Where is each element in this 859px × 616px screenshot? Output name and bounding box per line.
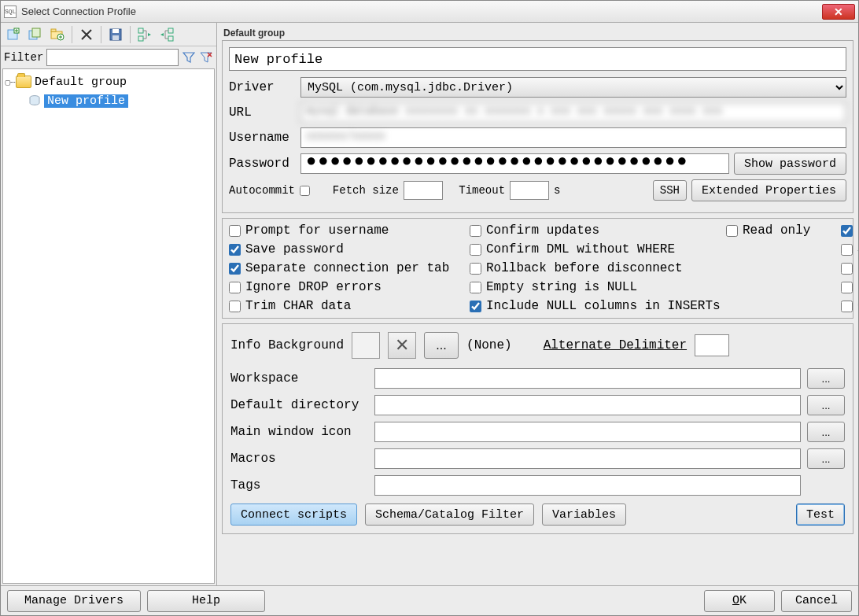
tree-group-label: Default group	[35, 76, 127, 89]
test-button[interactable]: Test	[796, 503, 845, 526]
fetch-label: Fetch size	[333, 184, 399, 197]
hide-warnings-check[interactable]: Hide warnings	[841, 280, 859, 294]
include-null-check[interactable]: Include NULL columns in INSERTs	[470, 299, 721, 313]
group-header: Default group	[217, 23, 858, 40]
password-input[interactable]: ●●●●●●●●●●●●●●●●●●●●●●●●●●●●●●●●	[300, 153, 729, 174]
workspace-browse[interactable]: ...	[807, 368, 845, 389]
pick-color-button[interactable]: ...	[424, 332, 459, 359]
alt-delimiter-input[interactable]	[695, 334, 729, 356]
fetch-input[interactable]	[404, 181, 443, 200]
show-password-button[interactable]: Show password	[734, 153, 846, 175]
close-button[interactable]: ✕	[822, 4, 855, 20]
ssh-button[interactable]: SSH	[653, 180, 687, 201]
autocommit-checkbox[interactable]	[300, 186, 310, 196]
title-bar: SQL Select Connection Profile ✕	[1, 1, 858, 23]
filter-label: Filter	[4, 51, 43, 64]
manage-drivers-button[interactable]: Manage Drivers	[7, 590, 141, 612]
info-bg-swatch[interactable]	[352, 332, 380, 359]
rollback-check[interactable]: Rollback before disconnect	[470, 261, 721, 275]
help-button[interactable]: Help	[147, 590, 265, 612]
database-icon	[28, 95, 41, 106]
new-folder-icon[interactable]	[48, 25, 67, 44]
svg-rect-5	[51, 29, 56, 31]
confirm-updates-check[interactable]: Confirm updates	[470, 223, 721, 238]
url-input[interactable]: mysql database xxxxxxxx xx xxxxxxx x xxx…	[300, 102, 846, 123]
prompt-username-check[interactable]: Prompt for username	[229, 223, 465, 238]
schema-filter-button[interactable]: Schema/Catalog Filter	[365, 503, 534, 526]
collapse-icon[interactable]: ▢┄	[5, 77, 16, 87]
macros-input[interactable]	[374, 448, 801, 469]
trim-char-check[interactable]: Trim CHAR data	[229, 299, 465, 313]
mainicon-browse[interactable]: ...	[807, 422, 845, 442]
autocommit-label: Autocommit	[229, 184, 295, 197]
connection-fieldset: Driver MySQL (com.mysql.jdbc.Driver) URL…	[222, 40, 853, 213]
filter-icon[interactable]	[182, 50, 196, 65]
timeout-input[interactable]	[510, 181, 549, 200]
tags-label: Tags	[230, 478, 368, 492]
store-comp-check[interactable]: Store comp...	[841, 242, 859, 256]
defaultdir-input[interactable]	[374, 395, 801, 415]
footer: Manage Drivers Help OK Cancel	[1, 585, 858, 615]
copy-profile-icon[interactable]	[26, 25, 45, 44]
extended-properties-button[interactable]: Extended Properties	[691, 179, 846, 201]
tree-profile-label: New profile	[44, 94, 128, 108]
svg-rect-9	[112, 35, 119, 40]
check-for-check[interactable]: Check for ...	[841, 299, 859, 313]
save-icon[interactable]	[106, 25, 125, 44]
separate-conn-check[interactable]: Separate connection per tab	[229, 261, 465, 275]
driver-select[interactable]: MySQL (com.mysql.jdbc.Driver)	[300, 77, 846, 98]
delete-icon[interactable]	[77, 25, 96, 44]
empty-null-check[interactable]: Empty string is NULL	[470, 280, 721, 294]
read-only-check[interactable]: Read only	[726, 223, 836, 238]
macros-label: Macros	[230, 452, 368, 466]
mainicon-input[interactable]	[374, 422, 801, 442]
svg-rect-13	[168, 36, 173, 41]
url-label: URL	[229, 105, 296, 120]
folder-icon	[16, 76, 31, 88]
remember-check[interactable]: Remember D...	[841, 223, 859, 238]
cancel-button[interactable]: Cancel	[781, 590, 852, 612]
ignore-drop-check[interactable]: Ignore DROP errors	[229, 280, 465, 294]
confirm-dml-check[interactable]: Confirm DML without WHERE	[470, 242, 721, 256]
tree-expand-icon[interactable]	[135, 25, 154, 44]
save-password-check[interactable]: Save password	[229, 242, 465, 256]
ok-button[interactable]: OK	[704, 590, 775, 612]
svg-rect-12	[168, 28, 173, 33]
profile-name-input[interactable]	[229, 47, 846, 71]
tags-input[interactable]	[374, 475, 801, 496]
password-label: Password	[229, 157, 296, 171]
clear-color-button[interactable]: ✕	[388, 332, 416, 359]
username-input[interactable]: xxxxxx/xxxxx	[300, 127, 846, 148]
tree-profile-row[interactable]: New profile	[28, 91, 212, 110]
tree-group-row[interactable]: ▢┄ Default group	[5, 72, 212, 91]
profile-tree[interactable]: ▢┄ Default group New profile	[2, 68, 215, 584]
alt-delimiter-link[interactable]: Alternate Delimiter	[544, 338, 687, 352]
timeout-label: Timeout	[459, 184, 505, 197]
driver-label: Driver	[229, 80, 296, 94]
username-label: Username	[229, 131, 296, 145]
toolbar	[1, 23, 216, 46]
app-icon: SQL	[4, 6, 17, 18]
tree-collapse-icon[interactable]	[157, 25, 176, 44]
window-title: Select Connection Profile	[21, 6, 822, 17]
defaultdir-browse[interactable]: ...	[807, 395, 845, 415]
info-bg-label: Info Background	[230, 338, 344, 352]
workspace-label: Workspace	[230, 371, 368, 385]
timeout-unit: s	[554, 184, 560, 197]
svg-rect-8	[112, 29, 119, 33]
remove-com-check[interactable]: Remove com...	[841, 261, 859, 275]
workspace-input[interactable]	[374, 368, 801, 389]
svg-rect-3	[32, 28, 40, 37]
left-pane: Filter ▢┄ Default group New profile	[1, 23, 217, 585]
variables-button[interactable]: Variables	[542, 503, 626, 526]
new-profile-icon[interactable]	[4, 25, 23, 44]
filter-input[interactable]	[46, 49, 179, 66]
macros-browse[interactable]: ...	[807, 448, 845, 469]
defaultdir-label: Default directory	[230, 398, 368, 412]
mainicon-label: Main window icon	[230, 425, 368, 439]
options-grid: Prompt for username Confirm updates Read…	[222, 218, 853, 319]
svg-rect-11	[138, 36, 143, 41]
clear-filter-icon[interactable]	[199, 50, 213, 65]
connect-scripts-button[interactable]: Connect scripts	[230, 503, 357, 526]
filter-row: Filter	[1, 46, 216, 68]
